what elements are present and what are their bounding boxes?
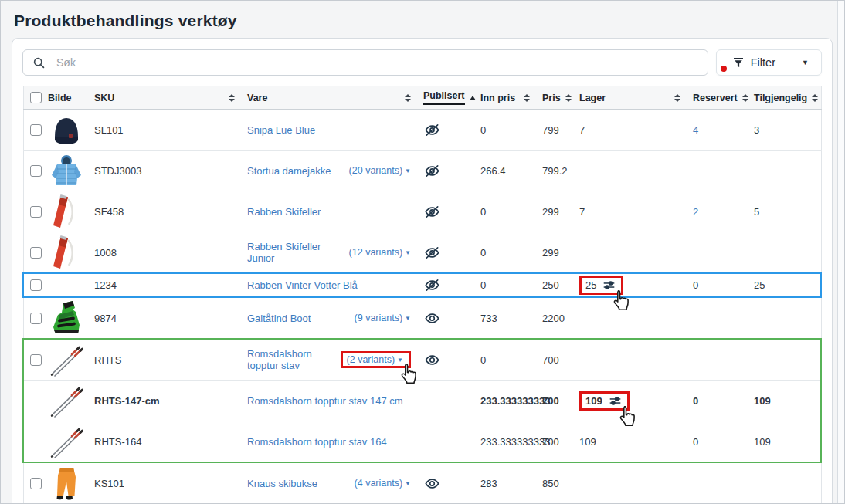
product-link[interactable]: Romsdalshorn topptur stav 147 cm <box>247 395 403 407</box>
pris-cell: 250 <box>536 273 573 297</box>
search-input[interactable] <box>56 56 700 69</box>
lager-value: 109 <box>585 395 602 407</box>
inn-pris-cell: 266.4 <box>474 151 536 191</box>
filter-button[interactable]: Filter <box>717 50 789 75</box>
sku-cell: RHTS <box>88 339 241 381</box>
row-checkbox[interactable] <box>30 165 42 177</box>
filter-dropdown-button[interactable]: ▼ <box>789 50 821 75</box>
lager-cell: 7 <box>573 191 687 232</box>
sku-cell: KS101 <box>88 462 241 504</box>
row-checkbox[interactable] <box>30 354 42 366</box>
header-vare[interactable]: Vare <box>241 86 417 110</box>
product-image-beanie <box>48 111 85 148</box>
search-box <box>22 49 708 76</box>
reservert-cell <box>687 151 748 191</box>
tilgjengelig-cell <box>748 151 821 191</box>
pris-cell: 299 <box>536 191 573 232</box>
adjust-stock-icon[interactable] <box>602 279 616 292</box>
row-checkbox[interactable] <box>30 313 42 324</box>
stock-annotation-box: 25 <box>579 276 623 295</box>
table-row-ks101: KS101 Knaus skibukse (4 variants)▼ 283 8… <box>23 462 821 504</box>
table-header-row: Bilde SKU Vare Publisert Inn pris Pris L… <box>23 86 821 110</box>
lager-cell: 7 <box>573 110 687 151</box>
sku-cell: SL101 <box>88 110 241 151</box>
pris-cell: 299 <box>536 232 573 274</box>
sort-icon <box>812 94 818 102</box>
product-image-poles <box>48 341 85 378</box>
variants-toggle[interactable]: (20 variants)▼ <box>349 165 411 176</box>
search-icon <box>32 56 46 69</box>
product-link[interactable]: Galtåtind Boot <box>247 313 311 324</box>
publisert-empty <box>417 421 474 463</box>
inn-pris-cell: 0 <box>474 110 536 151</box>
reservert-link[interactable]: 4 <box>693 124 698 136</box>
filter-button-group: Filter ▼ <box>716 49 822 76</box>
product-image-poles <box>48 382 85 419</box>
product-link[interactable]: Romsdalshorn topptur stav <box>247 348 336 371</box>
row-checkbox[interactable] <box>30 247 42 259</box>
tilgjengelig-cell: 109 <box>748 421 821 463</box>
app-window: Produktbehandlings verktøy Filter <box>0 0 845 504</box>
product-image-empty <box>42 273 88 297</box>
sku-cell: 1008 <box>88 232 241 274</box>
sku-cell: 9874 <box>88 297 241 339</box>
variants-toggle[interactable]: (9 variants)▼ <box>355 313 411 323</box>
table-row-sl101: SL101 Snipa Lue Blue 0 799 7 4 3 <box>23 110 821 151</box>
product-link[interactable]: Romsdalshorn topptur stav 164 <box>247 436 387 448</box>
sku-cell: SF458 <box>88 191 241 232</box>
row-checkbox[interactable] <box>30 124 42 136</box>
row-checkbox[interactable] <box>30 206 42 218</box>
inn-pris-cell: 233.333333333 <box>474 381 536 421</box>
variants-toggle[interactable]: (4 variants)▼ <box>355 478 411 489</box>
sort-asc-icon <box>470 96 476 100</box>
product-link[interactable]: Knaus skibukse <box>247 478 317 489</box>
pris-cell: 700 <box>536 381 573 421</box>
reservert-cell <box>687 462 748 504</box>
select-all-checkbox[interactable] <box>30 92 42 103</box>
filter-active-dot <box>721 66 727 72</box>
scrollbar[interactable] <box>837 1 844 503</box>
variants-annotation-box: (2 variants)▼ <box>341 351 411 368</box>
sort-icon <box>565 94 572 102</box>
header-sku[interactable]: SKU <box>88 86 241 110</box>
adjust-stock-icon[interactable] <box>609 394 622 408</box>
eye-icon <box>423 310 441 327</box>
header-tilgjengelig[interactable]: Tilgjengelig <box>748 86 821 110</box>
table-row-stdj3003: STDJ3003 Stortua damejakke (20 variants)… <box>23 151 821 191</box>
header-inn-pris[interactable]: Inn pris <box>474 86 536 110</box>
sort-icon <box>524 94 530 102</box>
stock-annotation-box: 109 <box>579 391 630 411</box>
row-checkbox[interactable] <box>30 279 42 291</box>
header-lager[interactable]: Lager <box>573 86 687 110</box>
reservert-link[interactable]: 2 <box>693 206 698 218</box>
filter-funnel-icon <box>732 56 745 69</box>
reservert-cell <box>687 297 748 339</box>
variants-toggle[interactable]: (12 variants)▼ <box>349 247 411 258</box>
filter-button-label: Filter <box>751 56 775 69</box>
inn-pris-cell: 233.333333333 <box>474 421 536 463</box>
pris-cell: 799.2 <box>536 151 573 191</box>
product-link[interactable]: Rabben Skifeller <box>247 206 321 218</box>
sort-icon <box>405 94 411 102</box>
chevron-down-icon: ▼ <box>802 59 809 66</box>
caret-down-icon: ▼ <box>405 480 411 487</box>
product-link[interactable]: Rabben Skifeller Junior <box>247 241 344 264</box>
row-checkbox[interactable] <box>30 478 42 489</box>
lager-cell <box>573 462 687 504</box>
header-publisert[interactable]: Publisert <box>417 86 474 110</box>
product-link[interactable]: Rabben Vinter Votter Blå <box>247 279 358 291</box>
caret-down-icon: ▼ <box>397 357 403 364</box>
lager-cell: 109 <box>573 421 687 463</box>
header-reservert[interactable]: Reservert <box>687 86 748 110</box>
product-link[interactable]: Snipa Lue Blue <box>247 124 315 136</box>
inn-pris-cell: 0 <box>474 191 536 232</box>
table-row-rhts-parent: RHTS Romsdalshorn topptur stav (2 varian… <box>23 339 821 381</box>
header-pris[interactable]: Pris <box>536 86 573 110</box>
product-image-boot <box>48 299 85 337</box>
product-image-poles <box>48 423 85 460</box>
pris-cell: 2200 <box>536 297 573 339</box>
sort-icon <box>742 94 748 102</box>
product-link[interactable]: Stortua damejakke <box>247 165 331 177</box>
caret-down-icon: ▼ <box>405 315 411 322</box>
variants-toggle[interactable]: (2 variants)▼ <box>347 354 403 365</box>
